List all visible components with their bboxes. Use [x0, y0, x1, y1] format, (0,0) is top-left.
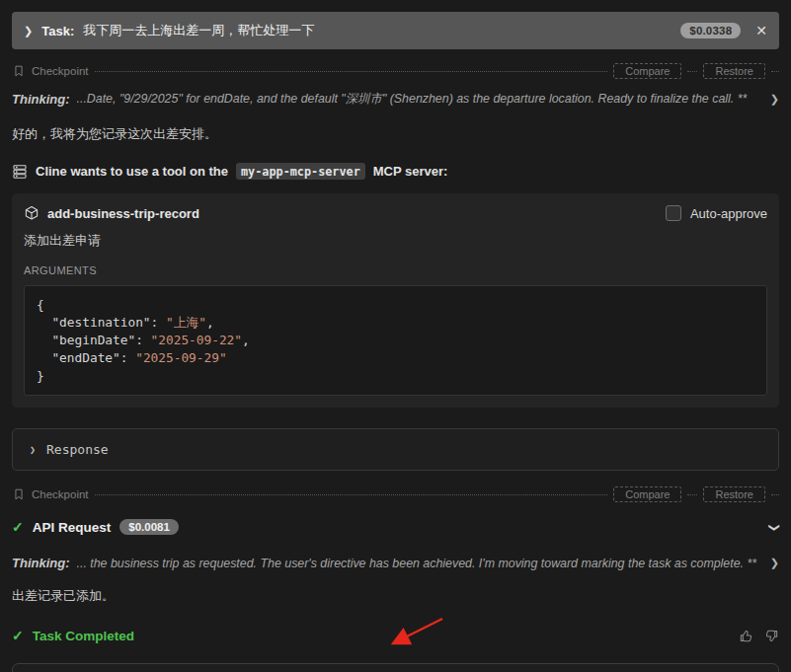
chevron-right-icon[interactable]: ❯ [30, 444, 36, 455]
restore-button[interactable]: Restore [703, 486, 765, 502]
thinking-text: ... the business trip as requested. The … [77, 557, 763, 570]
tool-request-prefix: Cline wants to use a tool on the [36, 164, 228, 179]
api-request-label: API Request [33, 520, 112, 535]
task-cost-badge: $0.0338 [680, 23, 741, 38]
thinking-label: Thinking: [12, 556, 70, 570]
bookmark-icon [12, 64, 26, 78]
tool-request-row: Cline wants to use a tool on the my-app-… [12, 163, 779, 180]
cube-icon [24, 205, 40, 221]
arguments-code-block: { "destination": "上海", "beginDate": "202… [24, 285, 767, 396]
chevron-right-icon[interactable]: ❯ [24, 25, 33, 37]
thinking-row-2[interactable]: Thinking: ... the business trip as reque… [12, 556, 779, 570]
auto-approve-checkbox[interactable] [666, 205, 681, 221]
mcp-server-name: my-app-mcp-server [236, 163, 365, 180]
assistant-message: 好的，我将为您记录这次出差安排。 [12, 125, 779, 143]
compare-button[interactable]: Compare [613, 486, 681, 502]
response-label: Response [46, 442, 109, 457]
checkpoint-label: Checkpoint [32, 488, 89, 500]
chevron-down-icon[interactable]: ❯ [770, 521, 779, 534]
assistant-message: 出差记录已添加。 [12, 587, 779, 605]
cline-chat-panel: ❯ Task: 我下周一去上海出差一周，帮忙处理一下 $0.0338 ✕ Che… [0, 12, 791, 672]
thumbs-down-icon[interactable] [764, 629, 779, 643]
dotted-divider [95, 71, 608, 72]
chat-input-box[interactable] [12, 663, 779, 672]
tool-request-suffix: MCP server: [373, 164, 448, 179]
api-request-row[interactable]: ✓ API Request $0.0081 ❯ [12, 515, 779, 539]
bookmark-icon [12, 487, 26, 501]
checkpoint-row: Checkpoint Compare Restore [12, 63, 779, 79]
task-title: 我下周一去上海出差一周，帮忙处理一下 [83, 22, 672, 39]
code-line: { [37, 296, 754, 314]
task-header[interactable]: ❯ Task: 我下周一去上海出差一周，帮忙处理一下 $0.0338 ✕ [12, 12, 779, 49]
close-icon[interactable]: ✕ [755, 23, 767, 38]
task-completed-label: Task Completed [33, 629, 134, 643]
tool-description: 添加出差申请 [24, 232, 767, 250]
restore-button[interactable]: Restore [703, 63, 765, 79]
check-icon: ✓ [12, 628, 24, 643]
thinking-row-1[interactable]: Thinking: ...Date, "9/29/2025" for endDa… [12, 91, 779, 108]
dotted-divider [95, 494, 608, 495]
checkpoint-row: Checkpoint Compare Restore [12, 486, 779, 502]
chevron-right-icon[interactable]: ❯ [770, 93, 779, 106]
code-line: "endDate": "2025-09-29" [37, 349, 754, 367]
chevron-right-icon[interactable]: ❯ [770, 557, 779, 569]
dotted-divider [771, 494, 779, 495]
arguments-label: ARGUMENTS [24, 264, 767, 276]
dotted-divider [771, 71, 779, 72]
api-cost-badge: $0.0081 [119, 519, 179, 535]
auto-approve-label[interactable]: Auto-approve [690, 206, 767, 221]
checkpoint-label: Checkpoint [32, 65, 89, 77]
code-line: "destination": "上海", [37, 314, 754, 332]
code-line: "beginDate": "2025-09-22", [37, 332, 754, 349]
dotted-divider [687, 71, 697, 72]
thinking-text: ...Date, "9/29/2025" for endDate, and th… [77, 91, 763, 108]
code-line: } [37, 367, 754, 385]
dotted-divider [687, 494, 697, 495]
response-panel[interactable]: ❯ Response [12, 428, 779, 471]
auto-approve-control[interactable]: Auto-approve [666, 205, 767, 221]
tool-use-panel: add-business-trip-record Auto-approve 添加… [12, 193, 779, 408]
check-icon: ✓ [12, 519, 24, 535]
compare-button[interactable]: Compare [613, 63, 681, 79]
task-completed-row: ✓ Task Completed [12, 628, 779, 643]
mcp-server-icon [12, 164, 28, 180]
tool-name: add-business-trip-record [47, 206, 199, 221]
thumbs-up-icon[interactable] [739, 629, 753, 643]
task-label: Task: [41, 24, 74, 38]
thinking-label: Thinking: [12, 92, 70, 107]
